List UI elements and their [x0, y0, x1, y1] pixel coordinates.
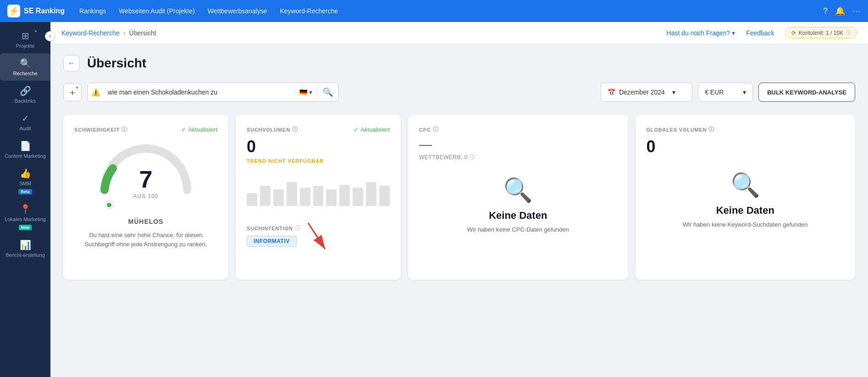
- help-button[interactable]: Hast du noch Fragen? ▾: [667, 29, 735, 37]
- suchvolumen-value: 0: [247, 137, 390, 156]
- sidebar-item-bericht[interactable]: 📊 Bericht-erstellung: [0, 235, 50, 262]
- globales-value: 0: [647, 137, 845, 156]
- kontolimit-badge[interactable]: ⟳ Kontolimit: 1 / 10K ⓘ: [785, 27, 857, 39]
- cpc-no-data-title: Keine Daten: [419, 210, 617, 222]
- difficulty-info-icon[interactable]: ⓘ: [122, 126, 127, 133]
- suchvolumen-label: SUCHVOLUMEN ⓘ: [247, 126, 298, 133]
- sidebar-item-smm[interactable]: 👍 SMM Beta: [0, 163, 50, 199]
- sidebar-item-backlinks[interactable]: 🔗 Backlinks: [0, 81, 50, 108]
- search-input[interactable]: [104, 89, 294, 96]
- country-selector[interactable]: 🇩🇪 ▾: [294, 89, 317, 96]
- arrow-indicator-svg: [306, 221, 329, 253]
- currency-selector-button[interactable]: € EUR ▾: [698, 83, 753, 102]
- recherche-icon: 🔍: [20, 58, 31, 69]
- suchintention-info-icon[interactable]: ⓘ: [295, 224, 300, 232]
- bar-5: [300, 188, 310, 206]
- notifications-icon-button[interactable]: 🔔: [835, 6, 845, 16]
- back-button[interactable]: ←: [63, 55, 80, 72]
- difficulty-header: SCHWIERIGKEIT ⓘ ✓ Aktualisiert: [74, 126, 217, 133]
- breadcrumb-right-actions: Hast du noch Fragen? ▾ Feedback ⟳ Kontol…: [667, 27, 857, 39]
- globales-no-data: 🔍 Keine Daten Wir haben keine Keyword-Su…: [647, 171, 845, 229]
- cpc-label: CPC ⓘ: [419, 126, 438, 133]
- nav-audit[interactable]: Webseiten Audit (Projekte): [119, 7, 195, 15]
- suchvolumen-info-icon[interactable]: ⓘ: [292, 126, 298, 133]
- sidebar-item-projekte[interactable]: ⊞ Projekte: [0, 26, 50, 53]
- wettbewerb-info-icon[interactable]: ⓘ: [470, 154, 475, 161]
- add-notification-dot: [75, 86, 79, 89]
- search-box: ⚠️ 🇩🇪 ▾ 🔍: [87, 83, 339, 102]
- nav-right-icons: ? 🔔 ⋯: [823, 6, 861, 16]
- difficulty-card: SCHWIERIGKEIT ⓘ ✓ Aktualisiert: [63, 115, 228, 280]
- cpc-card: CPC ⓘ — WETTBEWERB: 0 ⓘ 🔍 Keine Daten Wi…: [408, 115, 628, 280]
- wettbewerb-label: WETTBEWERB:: [419, 154, 463, 161]
- suchintention-section: SUCHINTENTION ⓘ INFORMATIV: [247, 224, 390, 255]
- sidebar-toggle-button[interactable]: ›: [45, 31, 55, 41]
- sidebar-label-content: Content Marketing: [5, 153, 46, 159]
- suchintention-label: SUCHINTENTION: [247, 226, 293, 231]
- more-icon-button[interactable]: ⋯: [852, 6, 861, 16]
- add-button[interactable]: ＋: [63, 83, 82, 101]
- date-picker-button[interactable]: 📅 Dezember 2024 ▾: [601, 83, 692, 102]
- sidebar-label-smm: SMM: [19, 181, 31, 186]
- nav-wettbewerb[interactable]: Wettbewerbsanalyse: [208, 7, 267, 15]
- suchvolumen-card: SUCHVOLUMEN ⓘ ✓ Aktualisiert 0 TREND NIC…: [236, 115, 401, 280]
- bulk-analysis-button[interactable]: BULK KEYWORD-ANALYSE: [758, 83, 855, 102]
- warning-icon: ⚠️: [88, 88, 104, 97]
- globales-label: GLOBALES VOLUMEN ⓘ: [647, 126, 715, 133]
- nav-rankings[interactable]: Rankings: [79, 7, 106, 15]
- logo-icon: ⚡: [7, 5, 20, 17]
- difficulty-description: Du hast eine sehr hohe Chance, für diese…: [74, 231, 217, 249]
- check-icon: ✓: [181, 126, 186, 133]
- main-content: Keyword-Recherche › Übersicht Hast du no…: [50, 22, 868, 377]
- page-header: ← Übersicht: [63, 55, 855, 72]
- nav-keyword[interactable]: Keyword-Recherche: [280, 7, 338, 15]
- sidebar-label-audit: Audit: [19, 126, 31, 131]
- sidebar-label-projekte: Projekte: [16, 43, 34, 49]
- intention-badge: INFORMATIV: [247, 236, 297, 247]
- page-title: Übersicht: [87, 56, 146, 71]
- date-chevron-icon: ▾: [672, 89, 675, 96]
- gauge-aus-label: AUS 100: [133, 193, 158, 200]
- date-label: Dezember 2024: [619, 89, 665, 96]
- lokales-icon: 📍: [20, 204, 31, 215]
- cards-row: SCHWIERIGKEIT ⓘ ✓ Aktualisiert: [63, 115, 855, 280]
- trend-bars: [247, 169, 390, 206]
- calendar-icon: 📅: [608, 89, 615, 96]
- currency-label: € EUR: [705, 89, 724, 96]
- sidebar-label-recherche: Recherche: [13, 71, 37, 76]
- breadcrumb: Keyword-Recherche › Übersicht: [61, 29, 156, 37]
- help-icon-button[interactable]: ?: [823, 6, 828, 16]
- cpc-dash: —: [419, 137, 617, 152]
- feedback-button[interactable]: Feedback: [746, 29, 774, 37]
- difficulty-sublabel: MÜHELOS: [74, 218, 217, 225]
- globales-header: GLOBALES VOLUMEN ⓘ: [647, 126, 845, 133]
- sidebar-item-content-marketing[interactable]: 📄 Content Marketing: [0, 136, 50, 163]
- bar-3: [273, 189, 284, 206]
- search-button[interactable]: 🔍: [317, 83, 338, 101]
- cpc-no-data-desc: Wir haben keine CPC-Daten gefunden: [419, 225, 617, 234]
- bericht-icon: 📊: [20, 239, 31, 250]
- bar-10: [366, 182, 376, 206]
- audit-icon: ✓: [22, 113, 29, 124]
- globales-no-data-title: Keine Daten: [647, 205, 845, 216]
- globales-info-icon[interactable]: ⓘ: [708, 126, 714, 133]
- wettbewerb-row: WETTBEWERB: 0 ⓘ: [419, 154, 617, 161]
- difficulty-label: SCHWIERIGKEIT ⓘ: [74, 126, 127, 133]
- page-content: ← Übersicht ＋ ⚠️ 🇩🇪 ▾ 🔍 📅 Dezember 2: [50, 44, 868, 291]
- logo-text: SE Ranking: [24, 7, 65, 15]
- bar-6: [313, 186, 324, 206]
- sidebar-item-recherche[interactable]: 🔍 Recherche: [0, 53, 50, 81]
- gauge-container: 7 AUS 100: [74, 137, 217, 211]
- new-badge: New: [19, 225, 32, 230]
- suchvolumen-updated-badge: ✓ Aktualisiert: [354, 126, 390, 133]
- logo[interactable]: ⚡ SE Ranking: [7, 5, 65, 17]
- breadcrumb-parent[interactable]: Keyword-Recherche: [61, 29, 120, 37]
- cpc-info-icon[interactable]: ⓘ: [433, 126, 439, 133]
- sidebar-item-lokales-marketing[interactable]: 📍 Lokales Marketing New: [0, 199, 50, 235]
- content-marketing-icon: 📄: [20, 140, 31, 151]
- smm-icon: 👍: [20, 168, 31, 179]
- top-navigation: ⚡ SE Ranking Rankings Webseiten Audit (P…: [0, 0, 868, 22]
- bar-2: [260, 186, 271, 206]
- sidebar-item-audit[interactable]: ✓ Audit: [0, 108, 50, 136]
- sidebar-label-backlinks: Backlinks: [15, 98, 36, 104]
